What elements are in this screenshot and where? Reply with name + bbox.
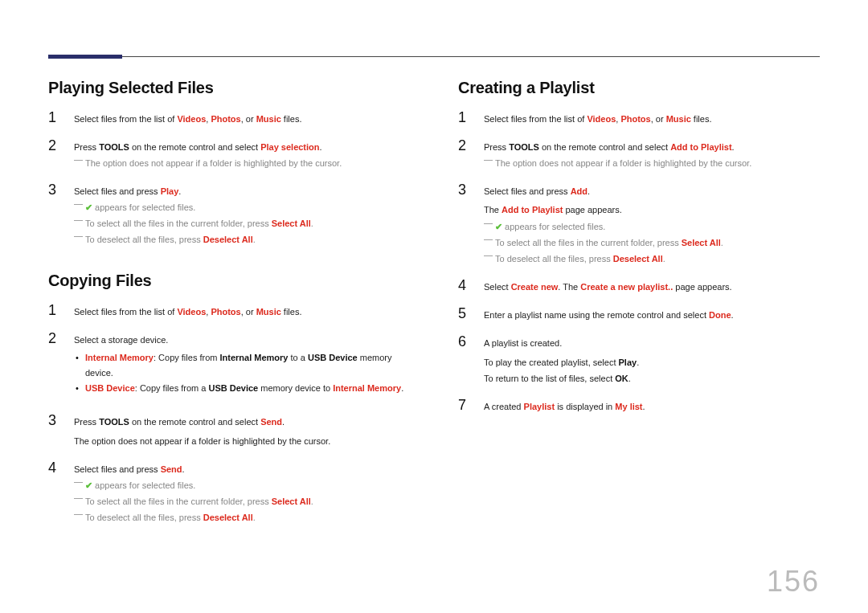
step-row: 2 Press TOOLS on the remote control and … (458, 138, 820, 173)
page-number: 156 (767, 565, 820, 599)
step-row: 1 Select files from the list of Videos, … (48, 303, 410, 321)
step-number: 2 (48, 331, 61, 347)
accent-bar (48, 55, 122, 59)
step-row: 5 Enter a playlist name using the remote… (458, 306, 820, 325)
step-row: 4 Select files and press Send. ✔ appears… (48, 460, 410, 527)
step-number: 4 (458, 278, 471, 294)
step-row: 1 Select files from the list of Videos, … (458, 110, 820, 129)
step-number: 3 (48, 182, 61, 198)
note-line: To deselect all the files, press Deselec… (74, 233, 410, 247)
step-number: 2 (458, 138, 471, 154)
step-row: 3 Select files and press Play. ✔ appears… (48, 182, 410, 249)
right-column: Creating a Playlist 1 Select files from … (458, 79, 820, 550)
step-body: Press TOOLS on the remote control and se… (74, 141, 410, 173)
note-line: The option does not appear if a folder i… (484, 157, 820, 170)
note-line: ✔ appears for selected files. (484, 220, 820, 234)
step-number: 7 (458, 398, 471, 414)
left-column: Playing Selected Files 1 Select files fr… (48, 79, 410, 550)
heading-playing: Playing Selected Files (48, 79, 410, 97)
note-line: To select all the files in the current f… (74, 217, 410, 231)
step-number: 4 (48, 460, 61, 476)
note-line: The option does not appear if a folder i… (74, 157, 410, 170)
note-line: To select all the files in the current f… (74, 495, 410, 509)
step-number: 5 (458, 306, 471, 322)
note-line: To deselect all the files, press Deselec… (74, 511, 410, 525)
step-row: 6 A playlist is created. To play the cre… (458, 334, 820, 387)
step-row: 2 Press TOOLS on the remote control and … (48, 138, 410, 173)
heading-playlist: Creating a Playlist (458, 79, 820, 97)
note-line: ✔ appears for selected files. (74, 201, 410, 215)
note-line: To deselect all the files, press Deselec… (484, 252, 820, 266)
check-icon: ✔ (85, 202, 92, 212)
bullet-item: Internal Memory: Copy files from Interna… (74, 350, 410, 380)
step-row: 1 Select files from the list of Videos, … (48, 110, 410, 129)
step-row: 7 A created Playlist is displayed in My … (458, 398, 820, 416)
step-number: 1 (48, 110, 61, 126)
step-row: 3 Press TOOLS on the remote control and … (48, 413, 410, 450)
content-columns: Playing Selected Files 1 Select files fr… (48, 79, 820, 550)
step-number: 6 (458, 334, 471, 350)
step-number: 1 (458, 110, 471, 126)
note-line: To select all the files in the current f… (484, 236, 820, 250)
step-body: Select files from the list of Videos, Ph… (74, 112, 410, 129)
section-playing-selected-files: Playing Selected Files 1 Select files fr… (48, 79, 410, 249)
step-row: 4 Select Create new. The Create a new pl… (458, 278, 820, 296)
step-body: Select files and press Play. ✔ appears f… (74, 185, 410, 249)
bullet-list: Internal Memory: Copy files from Interna… (74, 350, 410, 395)
step-number: 2 (48, 138, 61, 154)
check-icon: ✔ (85, 480, 92, 490)
note-line: ✔ appears for selected files. (74, 479, 410, 492)
section-creating-playlist: Creating a Playlist 1 Select files from … (458, 79, 820, 416)
check-icon: ✔ (495, 222, 502, 231)
step-row: 2 Select a storage device. Internal Memo… (48, 331, 410, 403)
step-row: 3 Select files and press Add. The Add to… (458, 182, 820, 268)
section-copying-files: Copying Files 1 Select files from the li… (48, 272, 410, 526)
step-number: 3 (48, 413, 61, 429)
step-number: 3 (458, 182, 471, 198)
heading-copying: Copying Files (48, 272, 410, 290)
step-number: 1 (48, 303, 61, 319)
bullet-item: USB Device: Copy files from a USB Device… (74, 381, 410, 396)
top-rule (48, 56, 820, 57)
